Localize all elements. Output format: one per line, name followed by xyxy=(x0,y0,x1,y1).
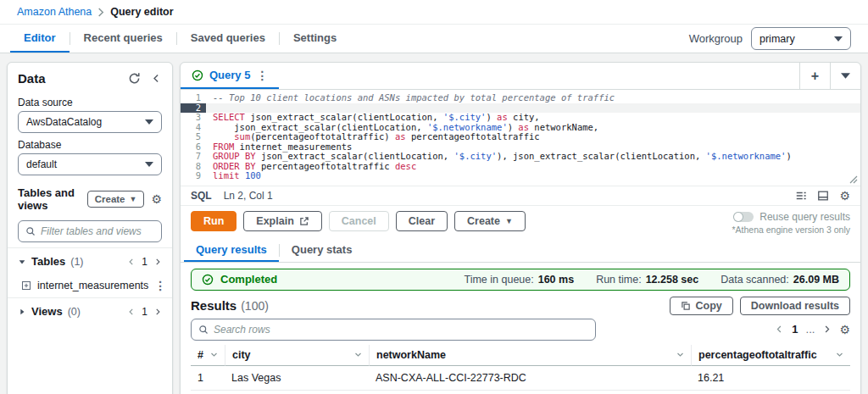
data-source-value: AwsDataCatalog xyxy=(26,116,102,128)
tab-query-stats[interactable]: Query stats xyxy=(280,239,364,262)
tables-views-title: Tables and views xyxy=(18,186,81,212)
editor-statusbar: SQL Ln 2, Col 1 ⚙ xyxy=(181,186,860,206)
tables-section-header[interactable]: Tables (1) 1 xyxy=(8,247,172,275)
breadcrumb-current: Query editor xyxy=(110,6,173,18)
results-table-header: #citynetworkNamepercentageoftotaltraffic xyxy=(191,345,850,366)
external-link-icon xyxy=(299,216,309,226)
page-prev-icon[interactable] xyxy=(775,325,784,334)
database-select[interactable]: default xyxy=(18,153,162,175)
caret-right-icon xyxy=(18,308,26,316)
stat-queue-label: Time in queue: xyxy=(464,274,533,286)
resize-grip-icon[interactable] xyxy=(849,175,858,184)
results-count: (100) xyxy=(241,299,269,313)
column-label: networkName xyxy=(376,349,446,361)
kebab-menu-icon[interactable]: ⋮ xyxy=(256,69,268,81)
tab-saved-queries[interactable]: Saved queries xyxy=(177,25,279,53)
column-header[interactable]: networkName xyxy=(369,345,691,366)
refresh-icon[interactable] xyxy=(128,72,141,85)
table-cell: TOTAL PLAY TELECOMUNICACIONES SA DE CV xyxy=(369,391,691,394)
tabbar-spacer xyxy=(279,63,799,89)
create-menu-button[interactable]: Create ▼ xyxy=(454,211,526,231)
line-number: 2 xyxy=(181,103,206,114)
filter-tables-input[interactable] xyxy=(41,225,154,237)
column-header[interactable]: percentageoftotaltraffic xyxy=(691,345,850,366)
code-text: -- Top 10 client locations and ASNs impa… xyxy=(206,93,860,103)
workgroup-label: Workgroup xyxy=(689,32,743,45)
caret-down-icon xyxy=(145,162,153,167)
reuse-results-label: Reuse query results xyxy=(760,211,850,223)
table-cell: 1 xyxy=(191,366,225,391)
page-next-icon[interactable] xyxy=(822,325,832,334)
sort-icon[interactable] xyxy=(354,351,362,358)
query-status-banner: Completed Time in queue: 160 ms Run time… xyxy=(191,269,850,291)
expand-plus-icon[interactable] xyxy=(21,280,31,291)
query-editor-panel: Query 5 ⋮ + 1-- Top 10 client locations … xyxy=(180,62,861,394)
code-line[interactable]: 8ORDER BY percentageoftotaltraffic desc xyxy=(181,162,860,172)
breadcrumb: Amazon Athena Query editor xyxy=(0,0,868,25)
gear-icon[interactable]: ⚙ xyxy=(839,190,850,202)
tab-editor[interactable]: Editor xyxy=(10,25,70,53)
table-cell: 16.21 xyxy=(691,366,850,391)
download-results-button[interactable]: Download results xyxy=(740,297,850,315)
table-item-internet-measurements[interactable]: internet_measurements ⋮ xyxy=(8,275,172,297)
run-button[interactable]: Run xyxy=(191,211,236,231)
sql-editor[interactable]: 1-- Top 10 client locations and ASNs imp… xyxy=(181,90,860,186)
line-number: 7 xyxy=(181,152,206,162)
page-next-icon[interactable] xyxy=(153,258,162,266)
sort-icon[interactable] xyxy=(210,351,218,358)
list-details-icon[interactable] xyxy=(795,190,807,202)
code-line[interactable]: 9limit 100 xyxy=(181,171,860,181)
reuse-results-toggle[interactable] xyxy=(733,212,754,222)
page-next-icon[interactable] xyxy=(153,308,162,316)
page-prev-icon[interactable] xyxy=(127,308,136,316)
check-circle-icon xyxy=(202,274,214,286)
stat-runtime-label: Run time: xyxy=(596,274,642,286)
column-header[interactable]: city xyxy=(225,345,369,366)
caret-down-icon xyxy=(145,119,153,125)
cancel-button: Cancel xyxy=(329,211,389,231)
tab-recent-queries[interactable]: Recent queries xyxy=(70,25,176,53)
tab-query-results[interactable]: Query results xyxy=(184,239,279,262)
tables-page-number[interactable]: 1 xyxy=(142,256,147,268)
clear-button[interactable]: Clear xyxy=(396,211,448,231)
views-section-header[interactable]: Views (0) 1 xyxy=(8,297,172,325)
create-button[interactable]: Create ▼ xyxy=(87,191,145,208)
code-line[interactable]: 1-- Top 10 client locations and ASNs imp… xyxy=(181,93,860,103)
column-header[interactable]: # xyxy=(191,345,225,366)
sort-icon[interactable] xyxy=(676,351,684,358)
tab-list-caret-button[interactable] xyxy=(830,63,860,89)
search-icon xyxy=(198,325,209,335)
database-label: Database xyxy=(18,139,162,151)
table-item-label: internet_measurements xyxy=(37,280,148,291)
app-tabs: Editor Recent queries Saved queries Sett… xyxy=(0,25,868,53)
sort-icon[interactable] xyxy=(836,351,843,358)
gear-icon[interactable]: ⚙ xyxy=(839,324,850,336)
data-panel-title: Data xyxy=(18,71,46,86)
column-label: # xyxy=(198,349,203,361)
data-source-label: Data source xyxy=(18,97,162,108)
data-source-select[interactable]: AwsDataCatalog xyxy=(18,111,162,133)
kebab-menu-icon[interactable]: ⋮ xyxy=(154,280,166,291)
search-rows-input[interactable] xyxy=(214,324,588,336)
status-badge: Completed xyxy=(220,273,277,286)
views-page-number[interactable]: 1 xyxy=(142,306,147,318)
gear-icon[interactable]: ⚙ xyxy=(151,193,162,205)
query-tab[interactable]: Query 5 ⋮ xyxy=(181,63,279,89)
table-row: 2Mexico CityTOTAL PLAY TELECOMUNICACIONE… xyxy=(191,391,850,394)
tab-settings[interactable]: Settings xyxy=(280,25,350,53)
workgroup-select[interactable]: primary xyxy=(751,27,851,50)
new-query-tab-button[interactable]: + xyxy=(799,63,830,89)
breadcrumb-root-link[interactable]: Amazon Athena xyxy=(17,6,92,18)
table-row: 1Las VegasASN-CXA-ALL-CCI-22773-RDC16.21 xyxy=(191,366,850,391)
workgroup-control: Workgroup primary xyxy=(689,25,858,53)
page-number[interactable]: 1 xyxy=(792,323,798,336)
results-table-body: 1Las VegasASN-CXA-ALL-CCI-22773-RDC16.21… xyxy=(191,366,850,394)
views-section-label: Views xyxy=(31,305,63,318)
copy-button[interactable]: Copy xyxy=(670,297,733,315)
explain-button[interactable]: Explain xyxy=(243,211,321,231)
search-icon xyxy=(25,226,36,236)
collapse-panel-icon[interactable] xyxy=(151,73,162,84)
page-prev-icon[interactable] xyxy=(127,258,136,266)
split-panel-icon[interactable] xyxy=(817,190,829,202)
caret-down-icon xyxy=(834,36,843,42)
